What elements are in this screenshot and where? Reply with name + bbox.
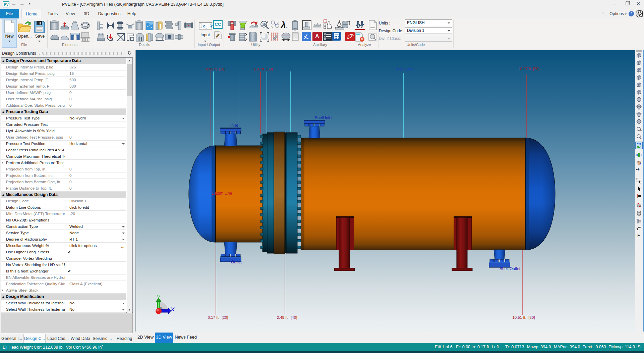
svg-text:Inlet: Inlet (230, 123, 238, 128)
svg-text:0.00 ft [10]: 0.00 ft [10] (206, 67, 225, 71)
svg-text:Datum Line: Datum Line (212, 191, 232, 196)
svg-text:Shell Inlet: Shell Inlet (315, 115, 333, 120)
svg-text:Outlet: Outlet (231, 260, 242, 264)
svg-text:Shell Outlet: Shell Outlet (500, 266, 521, 271)
svg-text:2.49 ft. [40]: 2.49 ft. [40] (277, 315, 297, 319)
svg-text:Main Shell: Main Shell (396, 67, 414, 71)
svg-text:3D: 3D (351, 34, 354, 36)
svg-text:2D: 2D (262, 23, 266, 26)
svg-text:1.97 ft [30]: 1.97 ft [30] (253, 67, 273, 71)
svg-text:0.17 ft. [20]: 0.17 ft. [20] (208, 315, 228, 319)
svg-text:10.51 ft. [60]: 10.51 ft. [60] (512, 315, 535, 319)
svg-text:10.97 ft [70]: 10.97 ft [70] (518, 67, 539, 71)
